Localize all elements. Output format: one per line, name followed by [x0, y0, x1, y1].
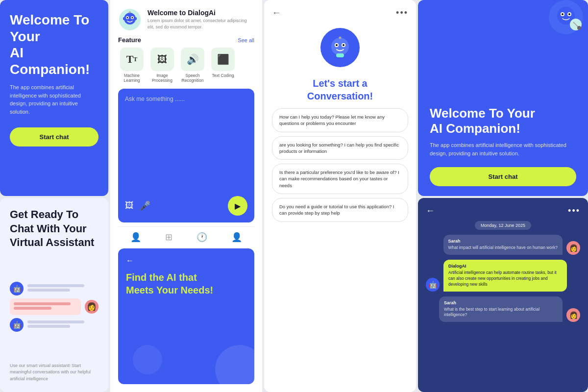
welcome-title-left: Welcome To Your AI Companion!	[10, 12, 98, 77]
microphone-icon[interactable]: 🎤	[140, 200, 150, 211]
robot-big-circle	[320, 28, 360, 67]
feature-ml-label: Machine Learning	[118, 73, 146, 83]
see-all-link[interactable]: See all	[238, 37, 254, 43]
suggestion-3[interactable]: Is there a particular preference you'd l…	[272, 164, 408, 194]
phone-robot-icon	[118, 8, 142, 31]
preview-bubble-1: 🤖	[10, 282, 98, 295]
feature-icons-row: TT Machine Learning 🖼 Image Processing 🔊…	[118, 48, 254, 83]
virtual-assistant-panel: Get Ready To Chat With Your Virtual Assi…	[0, 198, 108, 392]
phone-header: Welcome to DialogAi Lorem ipsum dolor si…	[118, 8, 254, 31]
preview-user-avatar: 👩	[85, 300, 98, 314]
svg-point-5	[132, 17, 133, 19]
suggestion-2[interactable]: are you looking for something? I can hel…	[272, 136, 408, 160]
svg-point-9	[129, 11, 131, 13]
nav-home-icon[interactable]: 👤	[130, 232, 141, 243]
svg-point-18	[577, 26, 581, 30]
find-ai-title: Find the AI that Meets Your Needs!	[126, 271, 246, 296]
chat-robot-illustration	[272, 28, 408, 67]
chat-preview: 🤖 👩 🤖	[10, 282, 98, 332]
chat-history-header: ← •••	[426, 206, 580, 216]
send-button[interactable]: ▶	[228, 196, 247, 216]
feature-img-label: Image Processing	[148, 73, 176, 83]
sarah-bubble-2: Sarah What is the best step to start lea…	[439, 296, 563, 322]
phone-title: Welcome to DialogAi	[147, 9, 254, 17]
phone-desc: Lorem ipsum dolor sit amet, consectetur …	[147, 18, 254, 30]
chat-panel-header: ← •••	[272, 8, 408, 18]
chat-placeholder-text: Ask me something ......	[125, 96, 247, 102]
svg-rect-25	[346, 45, 348, 49]
svg-rect-28	[336, 53, 344, 57]
bottom-navigation: 👤 ⊞ 🕐 👤	[118, 226, 254, 243]
welcome-title-right: Welcome To Your AI Companion!	[430, 106, 576, 136]
svg-point-23	[343, 44, 344, 46]
svg-rect-24	[332, 45, 334, 49]
nav-profile-icon[interactable]: 👤	[231, 232, 242, 243]
svg-point-27	[339, 37, 342, 39]
chat-more-options-icon[interactable]: •••	[396, 8, 408, 18]
ai-name: DialogAI	[448, 264, 562, 269]
welcome-panel-right: Welcome To Your AI Companion! The app co…	[418, 0, 588, 196]
feature-img: 🖼 Image Processing	[148, 48, 176, 83]
image-attach-icon[interactable]: 🖼	[125, 200, 134, 211]
phone-mockup-panel: Welcome to DialogAi Lorem ipsum dolor si…	[110, 0, 262, 392]
chat-message-ai: 🤖 DialogAI Artificial intelligence can h…	[426, 260, 580, 292]
chat-conversation-title: Let's start a Conversation!	[272, 77, 408, 102]
welcome-desc-left: The app combines artificial intelligence…	[10, 83, 98, 116]
nav-clock-icon[interactable]: 🕐	[196, 232, 207, 243]
suggestion-1[interactable]: How can I help you today? Please let me …	[272, 108, 408, 132]
sarah-text-2: What is the best step to start learning …	[444, 307, 558, 318]
preview-bubble-2: 👩	[10, 298, 98, 315]
sarah-name-1: Sarah	[448, 239, 558, 244]
find-ai-back-btn[interactable]: ←	[126, 256, 246, 265]
find-ai-section: ← Find the AI that Meets Your Needs!	[118, 248, 254, 384]
chat-message-sarah-1: 👩 Sarah What impact will artificial inte…	[426, 235, 580, 255]
feature-speech: 🔊 Speech Recognition	[179, 48, 206, 83]
preview-robot-avatar: 🤖	[10, 282, 24, 295]
feature-header: Feature See all	[118, 36, 254, 44]
sarah-avatar-1: 👩	[566, 241, 580, 255]
suggestion-buttons: How can I help you today? Please let me …	[272, 108, 408, 222]
feature-speech-label: Speech Recognition	[179, 73, 206, 83]
feature-text: ⬛ Text Coding	[209, 48, 237, 83]
decorative-blob-1	[215, 345, 254, 384]
sarah-avatar-2: 👩	[566, 308, 580, 322]
svg-point-4	[127, 17, 128, 19]
start-chat-button-left[interactable]: Start chat	[10, 127, 98, 147]
sarah-bubble-1: Sarah What impact will artificial intell…	[443, 235, 563, 255]
welcome-panel-left: Welcome To Your AI Companion! The app co…	[0, 0, 108, 196]
history-more-options[interactable]: •••	[568, 206, 580, 216]
welcome-desc-right: The app combines artificial intelligence…	[430, 141, 576, 157]
sarah-name-2: Sarah	[444, 300, 558, 305]
nav-grid-icon[interactable]: ⊞	[165, 232, 172, 243]
robot-decoration	[529, 0, 588, 59]
decorative-blob-2	[133, 345, 162, 374]
chat-input-area: Ask me something ...... 🖼 🎤 ▶	[118, 89, 254, 222]
suggestion-4[interactable]: Do you need a guide or tutorial to use t…	[272, 198, 408, 222]
preview-robot-avatar-2: 🤖	[10, 318, 24, 332]
svg-point-14	[562, 13, 564, 15]
ai-text: Artificial intelligence can help automat…	[448, 270, 562, 288]
history-back-button[interactable]: ←	[426, 206, 435, 216]
ai-bubble: DialogAI Artificial intelligence can hel…	[443, 260, 567, 292]
chat-message-sarah-2: 👩 Sarah What is the best step to start l…	[426, 296, 580, 322]
feature-ml: TT Machine Learning	[118, 48, 146, 83]
preview-bubble-3: 🤖	[10, 318, 98, 332]
virtual-assistant-title: Get Ready To Chat With Your Virtual Assi…	[10, 208, 98, 250]
sarah-text-1: What impact will artificial intelligence…	[448, 245, 558, 251]
phone-header-text: Welcome to DialogAi Lorem ipsum dolor si…	[147, 9, 254, 30]
ai-avatar: 🤖	[426, 278, 440, 292]
svg-point-15	[568, 13, 570, 15]
svg-rect-7	[135, 17, 137, 20]
feature-text-label: Text Coding	[212, 73, 234, 78]
svg-rect-6	[123, 17, 125, 20]
feature-title: Feature	[118, 36, 141, 44]
chat-back-button[interactable]: ←	[272, 8, 281, 18]
chat-history-panel: ← ••• Monday, 12 June 2025 👩 Sarah What …	[418, 198, 588, 392]
virtual-assistant-subtitle: Use our smart virtual assistant! Start m…	[10, 363, 98, 383]
chat-conversation-panel: ← ••• Let's start a Conversation! How ca…	[264, 0, 416, 392]
start-chat-button-right[interactable]: Start chat	[430, 167, 576, 186]
feature-section: Feature See all TT Machine Learning 🖼 Im…	[118, 36, 254, 83]
svg-point-22	[336, 44, 338, 46]
date-badge: Monday, 12 June 2025	[475, 221, 531, 230]
chat-toolbar: 🖼 🎤 ▶	[125, 196, 247, 216]
